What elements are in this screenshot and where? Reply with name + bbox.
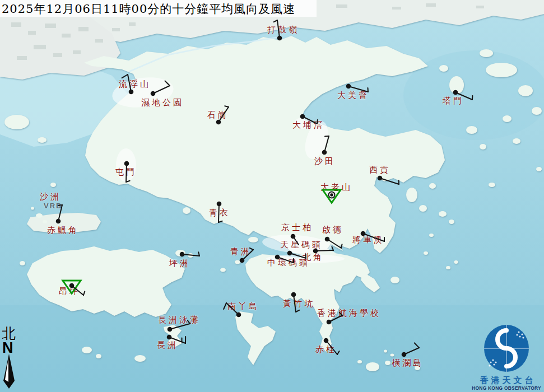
hko-logo-icon [469, 322, 543, 374]
station-label: 青衣 [209, 209, 230, 217]
north-label-en: N [2, 342, 21, 354]
hko-logo: 香港天文台 HONG KONG OBSERVATORY [469, 322, 543, 391]
station-label: 沙洲 [40, 193, 61, 201]
station-label: 流浮山 [119, 80, 151, 88]
station-label: 天星碼頭 [280, 241, 323, 249]
station-label: 長洲泳灘 [158, 316, 201, 324]
station-label: 塔門 [443, 97, 464, 105]
station-label: 赤鱲角 [47, 226, 79, 235]
station-label: 青洲 [230, 248, 252, 256]
station-label: 打鼓嶺 [267, 26, 299, 34]
station-label: 屯門 [115, 168, 137, 176]
map-title: 2025年12月06日11時00分的十分鐘平均風向及風速 [2, 1, 295, 17]
station-label: 京士柏 [281, 223, 313, 232]
station-label: 濕地公園 [141, 99, 184, 107]
logo-name-zh: 香港天文台 [472, 376, 543, 385]
compass-needle-icon [2, 354, 16, 389]
station-label: 黃竹坑 [283, 300, 315, 308]
station-label: 長洲 [157, 341, 178, 349]
station-label: 啟德 [322, 226, 343, 234]
logo-name-en: HONG KONG OBSERVATORY [469, 385, 543, 391]
north-compass: 北 N [2, 326, 21, 391]
station-layer: 打鼓嶺流浮山濕地公園石崗大埔滘大美督塔門沙田西貢大老山屯門沙洲VRB赤鱲角青衣青… [0, 0, 544, 392]
station-label: 坪洲 [169, 259, 190, 268]
station-label: 將軍澳 [352, 236, 384, 244]
wind-map: 打鼓嶺流浮山濕地公園石崗大埔滘大美督塔門沙田西貢大老山屯門沙洲VRB赤鱲角青衣青… [0, 0, 544, 392]
station-label: 大美督 [337, 91, 369, 100]
station-label: 昂坪 [59, 287, 80, 296]
station-label: 南丫島 [227, 302, 259, 311]
station-label: 香港航海學校 [317, 309, 381, 318]
station-label: 赤柱 [315, 346, 337, 354]
station-variable-note: VRB [44, 202, 62, 209]
station-label: 石崗 [207, 111, 229, 119]
station-label: 沙田 [314, 157, 336, 166]
station-label: 大老山 [320, 183, 352, 192]
station-label: 橫瀾島 [392, 359, 424, 367]
station-label: 北角 [303, 253, 324, 262]
station-label: 大埔滘 [292, 121, 324, 129]
station-label: 西貢 [369, 166, 390, 174]
